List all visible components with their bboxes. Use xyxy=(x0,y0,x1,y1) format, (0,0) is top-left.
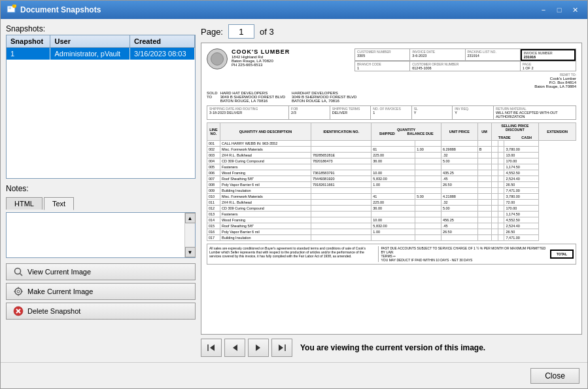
last-page-button[interactable] xyxy=(271,339,292,357)
scroll-up-arrow[interactable]: ▲ xyxy=(185,213,196,223)
line-bal-due xyxy=(415,170,441,176)
next-page-button[interactable] xyxy=(248,339,269,357)
title-bar-text: Document Snapshots xyxy=(20,5,536,14)
notes-textarea[interactable] xyxy=(7,213,195,257)
line-item-row: 014 Wood Framing 10.00 456.25 4,552.50 xyxy=(207,217,576,223)
delete-snapshot-label: Delete Snapshot xyxy=(27,307,80,315)
line-ext: 7,471.00 xyxy=(504,188,539,194)
snapshot-table[interactable]: Snapshot User Created 1 Administrator, p… xyxy=(6,35,196,179)
view-current-image-button[interactable]: View Current Image xyxy=(6,263,196,280)
make-current-image-button[interactable]: Make Current Image xyxy=(6,283,196,300)
titlebar-close-button[interactable]: ✕ xyxy=(568,4,582,16)
table-row[interactable]: 1 Administrator, pVault 3/16/2023 08:03 xyxy=(7,48,195,60)
line-cash xyxy=(498,223,504,229)
delete-snapshot-button[interactable]: Delete Snapshot xyxy=(6,303,196,320)
line-unit-price: .45 xyxy=(441,176,477,182)
page-number-input[interactable] xyxy=(228,24,254,39)
line-shipped: 225.00 xyxy=(372,153,415,158)
notes-textarea-wrapper: ▲ ▼ xyxy=(6,212,196,258)
line-ext: 170.00 xyxy=(504,158,539,164)
line-shipped: 1.00 xyxy=(372,229,415,235)
line-item-row: 010 Misc. Formwork Materials 41 5.00 4.2… xyxy=(207,194,576,200)
line-um xyxy=(477,229,491,235)
line-num: 003 xyxy=(207,153,220,158)
line-unit-price: .32 xyxy=(441,200,477,206)
minimize-button[interactable]: − xyxy=(536,4,551,16)
customer-order-val: 61245-1006 xyxy=(412,66,518,70)
line-item-row: 008 Poly Vapor Barrier 6 mil 79182611661… xyxy=(207,182,576,188)
line-desc: Wood Framing xyxy=(220,170,311,176)
line-trade xyxy=(491,223,498,229)
line-trade xyxy=(491,170,498,176)
line-desc: Fasteners xyxy=(220,212,311,217)
line-num: 012 xyxy=(207,206,220,212)
line-item-row: 017 Building Insulation 7,471.00 xyxy=(207,235,576,241)
shipped-to-block: HARDHAT DEVELOPERS 3049 B SHERWOOD FORES… xyxy=(292,91,576,103)
line-trade xyxy=(491,158,498,164)
line-item-row: 005 Fasteners 1,174.50 xyxy=(207,164,576,170)
tab-text[interactable]: Text xyxy=(44,197,74,210)
line-cash xyxy=(498,188,504,194)
line-bal-due xyxy=(415,229,441,235)
line-id xyxy=(311,229,372,235)
invoice-header-fields: CUSTOMER NUMBER 3305 INVOICE DATE 3-6-20… xyxy=(355,48,576,88)
line-unit-price: 5.00 xyxy=(441,206,477,212)
line-desc: CD 309 Curing Compound xyxy=(220,158,311,164)
prev-page-button[interactable] xyxy=(224,339,245,357)
line-unit-price xyxy=(441,188,477,194)
line-um xyxy=(477,223,491,229)
left-panel: Snapshots: Snapshot User Created 1 Adm xyxy=(6,24,196,357)
line-cash xyxy=(498,212,504,217)
content-area: Snapshots: Snapshot User Created 1 Adm xyxy=(1,19,587,362)
scroll-down-arrow[interactable]: ▼ xyxy=(185,247,196,257)
company-info: COOK'S LUMBER 1842 Highland Rd Baton Rou… xyxy=(232,48,290,67)
first-page-button[interactable] xyxy=(201,339,222,357)
line-num: 006 xyxy=(207,170,220,176)
nav-buttons-row: You are viewing the current version of t… xyxy=(201,339,582,357)
line-ext: 13.00 xyxy=(504,153,539,158)
col-user: User xyxy=(50,35,130,48)
action-buttons: View Current Image Make Current Im xyxy=(6,263,196,320)
line-trade xyxy=(491,182,498,188)
line-ext: 2,524.40 xyxy=(504,176,539,182)
line-id xyxy=(311,200,372,206)
line-num: 013 xyxy=(207,212,220,217)
line-shipped: 5,832.00 xyxy=(372,176,415,182)
line-trade xyxy=(491,141,498,147)
line-ext: 4,552.50 xyxy=(504,170,539,176)
line-desc: Roof Sheathing 5/8" xyxy=(220,223,311,229)
total-label: TOTAL xyxy=(557,252,567,256)
line-um xyxy=(477,194,491,200)
line-ext: 1,174.50 xyxy=(504,164,539,170)
line-unit-price: .45 xyxy=(441,223,477,229)
close-dialog-button[interactable]: Close xyxy=(530,368,579,384)
maximize-button[interactable]: □ xyxy=(552,4,566,16)
svg-marker-17 xyxy=(233,344,237,351)
line-desc: 2X4 R.L. Bulkhead xyxy=(220,200,311,206)
notes-scrollbar: ▲ ▼ xyxy=(184,213,195,257)
line-item-row: 004 CD 309 Curing Compound 7820186473 36… xyxy=(207,158,576,164)
line-shipped: 36.00 xyxy=(372,206,415,212)
line-id xyxy=(311,223,372,229)
page-val-inv: 1 OF 2 xyxy=(523,66,574,70)
line-bal-due xyxy=(415,153,441,158)
line-ext: 3,780.00 xyxy=(504,194,539,200)
tab-html[interactable]: HTML xyxy=(6,197,43,210)
line-id xyxy=(311,194,372,200)
line-id xyxy=(311,235,372,241)
shipped-city: BATON ROUGE LA, 70816 xyxy=(292,99,576,103)
line-desc: CALL HARRY WEBB IN: 963-3552 xyxy=(220,141,311,147)
line-cash xyxy=(498,153,504,158)
line-trade xyxy=(491,164,498,170)
page-label: Page: xyxy=(201,27,223,37)
line-shipped: 225.00 xyxy=(372,200,415,206)
line-item-row: 002 Misc. Formwork Materials 61 1.00 6.2… xyxy=(207,147,576,153)
line-cash xyxy=(498,141,504,147)
snapshots-label: Snapshots: xyxy=(6,24,196,33)
svg-rect-1 xyxy=(9,7,11,9)
line-um xyxy=(477,141,491,147)
col-snapshot: Snapshot xyxy=(7,35,50,48)
line-shipped xyxy=(372,188,415,194)
line-ext: 1,174.50 xyxy=(504,212,539,217)
line-um xyxy=(477,217,491,223)
